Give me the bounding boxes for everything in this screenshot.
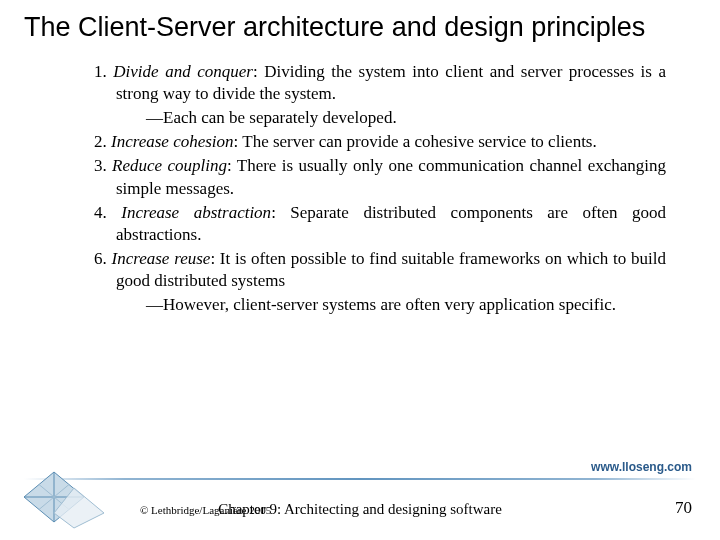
- principle-1-sub: —Each can be separately developed.: [94, 107, 666, 129]
- principle-num: 3.: [94, 156, 107, 175]
- principle-text: : The server can provide a cohesive serv…: [234, 132, 597, 151]
- principle-label: Reduce coupling: [112, 156, 227, 175]
- slide-title: The Client-Server architecture and desig…: [24, 12, 696, 43]
- chapter-label: Chapter 9: Architecting and designing so…: [218, 501, 502, 518]
- principle-label: Increase abstraction: [121, 203, 271, 222]
- principle-num: 4.: [94, 203, 107, 222]
- page-number: 70: [675, 498, 692, 518]
- principle-label: Divide and conquer: [113, 62, 253, 81]
- principle-num: 1.: [94, 62, 107, 81]
- principle-num: 6.: [94, 249, 107, 268]
- principle-label: Increase cohesion: [111, 132, 234, 151]
- principle-6-sub: —However, client-server systems are ofte…: [94, 294, 666, 316]
- principle-1: 1. Divide and conquer: Dividing the syst…: [94, 61, 666, 105]
- site-url: www.lloseng.com: [591, 460, 692, 474]
- principle-6: 6. Increase reuse: It is often possible …: [94, 248, 666, 292]
- slide-body: 1. Divide and conquer: Dividing the syst…: [24, 61, 696, 316]
- principle-2: 2. Increase cohesion: The server can pro…: [94, 131, 666, 153]
- slide: The Client-Server architecture and desig…: [0, 0, 720, 540]
- diamond-logo-icon: [18, 470, 108, 530]
- principle-3: 3. Reduce coupling: There is usually onl…: [94, 155, 666, 199]
- principle-label: Increase reuse: [112, 249, 211, 268]
- principle-4: 4. Increase abstraction: Separate distri…: [94, 202, 666, 246]
- principle-num: 2.: [94, 132, 107, 151]
- footer-divider: [24, 478, 696, 480]
